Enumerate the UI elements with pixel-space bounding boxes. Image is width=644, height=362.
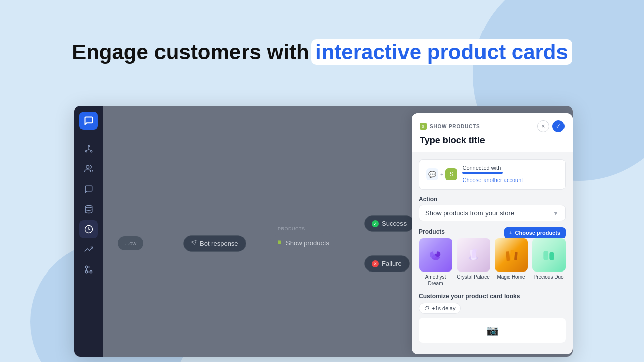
sidebar: [74, 106, 103, 357]
product-image-amethyst: [419, 238, 452, 272]
heading-highlight: interactive product cards: [311, 39, 572, 65]
product-card-crystal[interactable]: Crystal Palace: [456, 238, 490, 287]
product-name-precious: Precious Duo: [533, 274, 564, 280]
clock-icon: ⏱: [424, 305, 430, 311]
action-dropdown[interactable]: Show products from your store ▼: [419, 205, 566, 221]
flow-canvas: ...ow Bot response PRODUCTS Show product…: [103, 106, 573, 357]
product-grid: Amethyst Dream Crystal Palace: [419, 238, 566, 287]
sidebar-item-integrations[interactable]: [79, 260, 98, 279]
panel-header: S SHOW PRODUCTS × ✓ Type block title: [412, 113, 573, 152]
product-card-preview: 📷: [419, 318, 566, 343]
product-card-magic[interactable]: Magic Home: [494, 238, 528, 287]
products-sublabel: PRODUCTS: [278, 226, 305, 231]
product-image-magic: [495, 238, 528, 272]
sidebar-logo: [79, 112, 98, 130]
svg-point-20: [433, 250, 437, 254]
connected-bar: [462, 172, 503, 174]
svg-rect-26: [514, 252, 518, 260]
svg-rect-27: [543, 251, 548, 260]
product-card-precious[interactable]: Precious Duo: [532, 238, 566, 287]
product-name-crystal: Crystal Palace: [457, 274, 489, 280]
panel-title[interactable]: Type block title: [420, 135, 565, 146]
svg-point-7: [85, 206, 92, 208]
node-flow-label: ...ow: [125, 240, 136, 246]
choose-another-link[interactable]: Choose another account: [462, 177, 523, 183]
panel-body: 💬 + S Connected with Choose another acco…: [412, 152, 573, 354]
connected-with-label: Connected with: [462, 165, 558, 171]
sidebar-item-conversations[interactable]: [79, 180, 98, 198]
panel-header-actions: × ✓: [537, 120, 565, 132]
connected-icons: 💬 + S: [426, 168, 457, 180]
node-show-products-label: Show products: [286, 239, 329, 247]
svg-point-6: [86, 165, 89, 168]
product-name-magic: Magic Home: [497, 274, 525, 280]
svg-rect-28: [549, 252, 554, 260]
node-failure-label: Failure: [382, 260, 402, 267]
success-icon: ✓: [372, 220, 379, 227]
products-label: Products: [419, 228, 445, 235]
sidebar-item-growth[interactable]: [79, 240, 98, 258]
panel-confirm-button[interactable]: ✓: [552, 120, 565, 132]
action-selected-value: Show products from your store: [425, 209, 514, 217]
node-failure[interactable]: ✕ Failure: [364, 255, 410, 272]
node-flow[interactable]: ...ow: [118, 236, 143, 250]
plus-icon: +: [440, 171, 443, 177]
delay-badge-label: +1s delay: [432, 305, 455, 311]
bot-response-icon: [191, 240, 197, 247]
svg-point-11: [85, 270, 88, 273]
plus-icon-btn: +: [509, 230, 512, 236]
svg-point-0: [88, 145, 90, 147]
panel-block-label: SHOW PRODUCTS: [430, 124, 480, 129]
svg-rect-24: [506, 251, 510, 261]
customize-label: Customize your product card looks: [419, 293, 566, 300]
heading-static: Engage customers with: [72, 40, 309, 64]
svg-line-5: [89, 150, 91, 151]
action-label: Action: [419, 196, 566, 203]
svg-line-4: [86, 150, 89, 151]
shopify-service-icon: S: [445, 168, 457, 180]
svg-point-1: [85, 151, 87, 152]
delay-badge[interactable]: ⏱ +1s delay: [419, 303, 461, 314]
shopify-label-icon: S: [420, 123, 427, 130]
sidebar-item-data[interactable]: [79, 200, 98, 218]
choose-products-button[interactable]: + Choose products: [504, 227, 566, 238]
node-success[interactable]: ✓ Success: [364, 215, 414, 232]
sidebar-item-flows[interactable]: [79, 140, 98, 158]
product-image-precious: [532, 238, 566, 272]
app-window: ...ow Bot response PRODUCTS Show product…: [74, 106, 573, 357]
chevron-down-icon: ▼: [553, 210, 559, 217]
panel-close-button[interactable]: ×: [537, 120, 549, 132]
preview-placeholder-icon: 📷: [486, 324, 499, 336]
svg-rect-25: [510, 250, 514, 260]
node-success-label: Success: [382, 220, 407, 227]
products-section: Products + Choose products: [419, 227, 566, 287]
products-header: Products + Choose products: [419, 227, 566, 238]
sidebar-item-contacts[interactable]: [79, 160, 98, 178]
product-image-crystal: [457, 238, 490, 272]
choose-products-btn-label: Choose products: [515, 230, 560, 236]
product-card-amethyst[interactable]: Amethyst Dream: [419, 238, 452, 287]
customize-section: Customize your product card looks ⏱ +1s …: [419, 293, 566, 343]
connected-account-card: 💬 + S Connected with Choose another acco…: [419, 159, 566, 190]
svg-point-9: [90, 270, 92, 273]
node-show-products[interactable]: Show products: [269, 234, 337, 252]
svg-point-2: [91, 151, 92, 152]
connected-info: Connected with Choose another account: [462, 165, 558, 184]
failure-icon: ✕: [372, 260, 379, 267]
product-name-amethyst: Amethyst Dream: [419, 274, 452, 287]
show-products-panel: S SHOW PRODUCTS × ✓ Type block title 💬 +: [412, 113, 573, 354]
node-bot-response[interactable]: Bot response: [183, 235, 246, 252]
sidebar-item-analytics[interactable]: [79, 220, 98, 238]
chat-service-icon: 💬: [426, 168, 438, 180]
node-bot-response-label: Bot response: [200, 240, 238, 247]
page-heading: Engage customers with interactive produc…: [0, 40, 644, 64]
svg-point-10: [85, 266, 88, 268]
action-section: Action Show products from your store ▼: [419, 196, 566, 221]
panel-label-row: S SHOW PRODUCTS: [420, 123, 480, 130]
shopify-node-icon: [277, 239, 283, 247]
